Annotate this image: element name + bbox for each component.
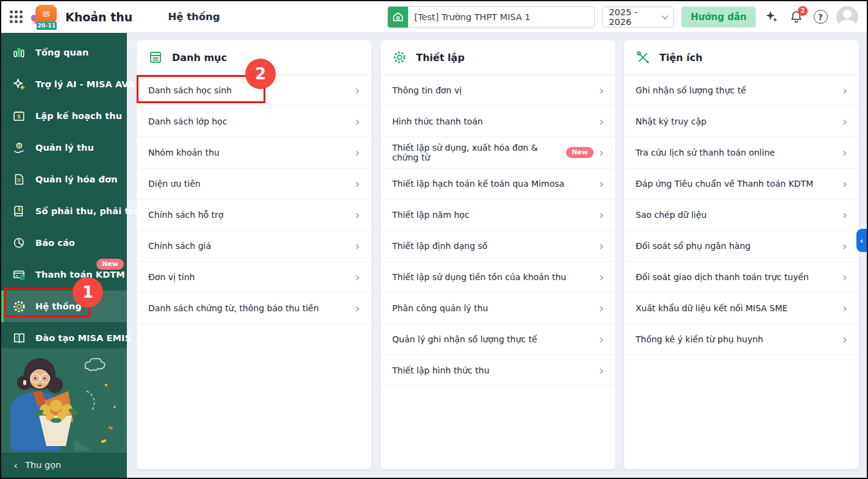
menu-item-hinh-thuc-thanh-toan[interactable]: Hình thức thanh toán ›	[381, 106, 615, 137]
app-logo: ✉ 20-11	[31, 4, 59, 31]
chevron-right-icon: ›	[599, 333, 604, 345]
menu-item-label: Chính sách giá	[148, 241, 211, 251]
notification-bell-icon[interactable]: 2	[787, 9, 805, 26]
menu-item-danh-sach-hoc-sinh[interactable]: Danh sách học sinh ›	[137, 75, 371, 106]
sidebar-collapse-button[interactable]: ‹ Thu gọn	[1, 452, 127, 478]
menu-item-dien-uu-tien[interactable]: Diện ưu tiên ›	[137, 168, 371, 200]
app-title: Khoản thu	[65, 10, 132, 24]
chevron-right-icon: ›	[355, 115, 360, 128]
collapse-panel-tab[interactable]: ‹	[856, 229, 867, 252]
sidebar-item-label: Sổ phải thu, phải trả	[35, 206, 140, 216]
menu-item-tien-ton-khoan-thu[interactable]: Thiết lập sử dụng tiền tồn của khoản thu…	[381, 262, 615, 293]
chevron-right-icon: ›	[355, 178, 360, 190]
menu-item-label: Thiết lập hạch toán kế toán qua Mimosa	[392, 179, 564, 189]
menu-item-thiet-lap-nam-hoc[interactable]: Thiết lập năm học ›	[381, 200, 615, 231]
sidebar-item-quan-ly-hoa-don[interactable]: Quản lý hóa đơn	[1, 164, 127, 195]
menu-item-label: Chính sách hỗ trợ	[148, 210, 223, 220]
menu-item-nhom-khoan-thu[interactable]: Nhóm khoản thu ›	[137, 137, 371, 168]
top-bar: ✉ 20-11 Khoản thu Hệ thống [Test] Trường…	[1, 1, 867, 33]
menu-item-label: Ghi nhận số lượng thực tế	[636, 85, 746, 95]
chevron-left-icon: ‹	[13, 459, 18, 472]
menu-item-label: Thiết lập định dạng số	[392, 241, 487, 251]
menu-item-thong-tin-don-vi[interactable]: Thông tin đơn vị ›	[381, 75, 615, 106]
svg-text:$: $	[17, 143, 20, 148]
app-grid-icon[interactable]	[10, 10, 23, 23]
sidebar-item-tro-ly-ai[interactable]: Trợ lý AI - MISA AVA	[1, 68, 127, 100]
chevron-right-icon: ›	[599, 302, 604, 314]
menu-item-label: Hình thức thanh toán	[392, 117, 483, 126]
home-icon	[388, 7, 408, 27]
menu-item-xuat-khau-sme[interactable]: Xuất khẩu dữ liệu kết nối MISA SME ›	[624, 293, 859, 324]
chevron-right-icon: ›	[842, 146, 847, 159]
sidebar-item-label: Quản lý hóa đơn	[35, 175, 118, 184]
menu-item-phan-cong-quan-ly-thu[interactable]: Phân công quản lý thu ›	[381, 293, 615, 324]
tools-icon	[636, 50, 650, 65]
svg-text:$: $	[17, 206, 21, 212]
user-avatar[interactable]	[836, 6, 858, 28]
sidebar-item-label: Quản lý thu	[35, 143, 94, 153]
sidebar-item-so-phai-thu[interactable]: $ Sổ phải thu, phải trả	[1, 195, 127, 227]
menu-item-ghi-nhan-thuc-te[interactable]: Ghi nhận số lượng thực tế ›	[624, 75, 859, 106]
menu-item-chinh-sach-ho-tro[interactable]: Chính sách hỗ trợ ›	[137, 200, 371, 231]
menu-item-doi-soat-so-phu[interactable]: Đối soát sổ phụ ngân hàng ›	[624, 231, 859, 262]
menu-item-nhat-ky-truy-cap[interactable]: Nhật ký truy cập ›	[624, 106, 859, 137]
panel-thiet-lap: Thiết lập Thông tin đơn vị › Hình thức t…	[381, 40, 615, 469]
panel-danh-muc: Danh mục Danh sách học sinh › Danh sách …	[137, 40, 371, 469]
menu-item-danh-sach-chung-tu[interactable]: Danh sách chứng từ, thông báo thu tiền ›	[137, 293, 371, 324]
menu-item-sao-chep-du-lieu[interactable]: Sao chép dữ liệu ›	[624, 200, 859, 231]
menu-item-danh-sach-lop-hoc[interactable]: Danh sách lớp học ›	[137, 106, 371, 137]
sidebar-item-he-thong[interactable]: Hệ thống	[1, 290, 127, 322]
menu-item-ghi-nhan-so-luong[interactable]: Quản lý ghi nhận số lượng thực tế ›	[381, 324, 615, 355]
sidebar-item-quan-ly-thu[interactable]: $ Quản lý thu	[1, 132, 127, 164]
chevron-right-icon: ›	[842, 209, 847, 221]
sidebar-item-label: Thanh toán KDTM	[35, 270, 125, 279]
new-badge: New	[566, 147, 594, 158]
ledger-book-icon: $	[12, 204, 26, 218]
chevron-right-icon: ›	[599, 115, 604, 128]
menu-item-label: Thống kê ý kiến từ phụ huynh	[636, 334, 763, 344]
menu-item-tieu-chuan-kdtm[interactable]: Đáp ứng Tiêu chuẩn về Thanh toán KDTM ›	[624, 168, 859, 200]
sidebar-item-tong-quan[interactable]: Tổng quan	[1, 37, 127, 68]
sidebar-item-lap-ke-hoach-thu[interactable]: $ Lập kế hoạch thu	[1, 100, 127, 132]
menu-item-tra-cuu-lich-su[interactable]: Tra cứu lịch sử thanh toán online ›	[624, 137, 859, 168]
guide-button[interactable]: Hướng dẫn	[681, 7, 756, 27]
menu-item-hach-toan-mimosa[interactable]: Thiết lập hạch toán kế toán qua Mimosa ›	[381, 168, 615, 200]
svg-text:$: $	[17, 113, 21, 120]
help-icon[interactable]: ?	[812, 9, 829, 26]
panel-tien-ich: Tiện ích Ghi nhận số lượng thực tế › Nhậ…	[624, 40, 859, 469]
menu-item-hinh-thuc-thu[interactable]: Thiết lập hình thức thu ›	[381, 355, 615, 386]
chevron-right-icon: ›	[842, 333, 847, 345]
menu-item-thong-ke-y-kien[interactable]: Thống kê ý kiến từ phụ huynh ›	[624, 324, 859, 355]
menu-item-chinh-sach-gia[interactable]: Chính sách giá ›	[137, 231, 371, 262]
menu-item-label: Sao chép dữ liệu	[636, 210, 706, 220]
gear-icon	[12, 299, 26, 314]
menu-item-label: Phân công quản lý thu	[392, 303, 488, 313]
chevron-right-icon: ›	[842, 84, 847, 96]
chevron-right-icon: ›	[355, 302, 360, 314]
school-selector[interactable]: [Test] Trường THPT MISA 1	[387, 6, 595, 28]
menu-item-label: Nhật ký truy cập	[636, 117, 706, 126]
school-year-select[interactable]: 2025 - 2026	[602, 7, 674, 27]
menu-item-thiet-lap-hoa-don[interactable]: Thiết lập sử dụng, xuất hóa đơn & chứng …	[381, 137, 615, 168]
chevron-right-icon: ›	[599, 178, 604, 190]
sidebar-item-label: Đào tạo MISA EMIS	[35, 333, 131, 343]
chevron-right-icon: ›	[842, 271, 847, 283]
menu-item-label: Diện ưu tiên	[148, 179, 201, 189]
menu-item-label: Đối soát giao dịch thanh toán trực tuyến	[636, 272, 809, 282]
chevron-right-icon: ›	[355, 146, 360, 159]
sidebar-item-bao-cao[interactable]: Báo cáo	[1, 227, 127, 259]
menu-item-don-vi-tinh[interactable]: Đơn vị tính ›	[137, 262, 371, 293]
chevron-right-icon: ›	[842, 302, 847, 314]
menu-item-doi-soat-giao-dich[interactable]: Đối soát giao dịch thanh toán trực tuyến…	[624, 262, 859, 293]
panel-title: Danh mục	[172, 52, 227, 63]
category-list-icon	[148, 50, 163, 65]
sparkle-icon	[12, 77, 26, 92]
panel-title: Tiện ích	[659, 52, 703, 63]
chevron-right-icon: ›	[599, 271, 604, 283]
menu-item-dinh-dang-so[interactable]: Thiết lập định dạng số ›	[381, 231, 615, 262]
sidebar-item-thanh-toan-kdtm[interactable]: Thanh toán KDTM New	[1, 259, 127, 290]
ai-sparkle-icon[interactable]	[763, 9, 780, 26]
menu-item-label: Danh sách học sinh	[148, 85, 232, 95]
chevron-right-icon: ›	[599, 240, 604, 252]
invoice-icon	[12, 172, 26, 187]
